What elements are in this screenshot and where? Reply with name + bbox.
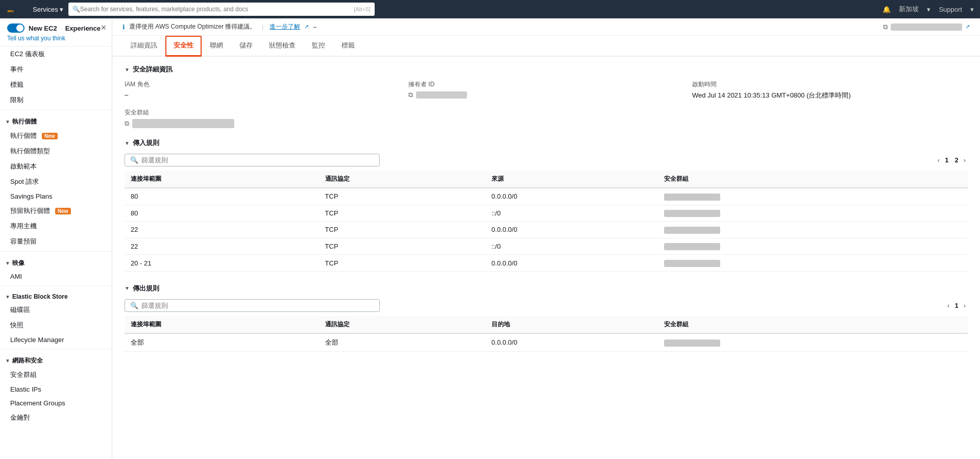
- sidebar-item-instance-types[interactable]: 執行個體類型: [0, 143, 112, 159]
- copy-icon[interactable]: ⧉: [883, 23, 888, 31]
- sidebar-item-capacity-reservation[interactable]: 容量預留: [0, 234, 112, 249]
- sidebar-divider-1: [0, 110, 112, 110]
- new-ec2-toggle-switch[interactable]: [7, 23, 24, 33]
- global-search[interactable]: 🔍 [Alt+S]: [68, 3, 375, 16]
- sidebar-close-button[interactable]: ✕: [101, 23, 107, 32]
- learn-more-link[interactable]: 進一步了解: [270, 22, 300, 31]
- sidebar-item-lifecycle-manager[interactable]: Lifecycle Manager: [0, 333, 112, 347]
- sidebar-section-instances[interactable]: ▼ 執行個體: [0, 112, 112, 128]
- sidebar-item-tags[interactable]: 標籤: [0, 77, 112, 92]
- sidebar-divider-3: [0, 285, 112, 286]
- nav-right: 🔔 新加坡 ▾ Support ▾: [883, 5, 974, 14]
- launch-time-label: 啟動時間: [692, 80, 968, 89]
- sidebar-item-volumes[interactable]: 磁碟區: [0, 302, 112, 318]
- sidebar-item-limits[interactable]: 限制: [0, 92, 112, 108]
- tab-details[interactable]: 詳細資訊: [122, 36, 165, 57]
- outbound-prev-page-button[interactable]: ‹: [945, 301, 951, 310]
- info-bar-text: 選擇使用 AWS Compute Optimizer 獲得建議。: [129, 22, 256, 31]
- sidebar-item-snapshots[interactable]: 快照: [0, 318, 112, 333]
- sidebar-item-placement-groups[interactable]: Placement Groups: [0, 396, 112, 410]
- sidebar-section-network[interactable]: ▼ 網路和安全: [0, 351, 112, 367]
- owner-id-label: 擁有者 ID: [408, 80, 684, 89]
- svg-text:aws: aws: [7, 9, 14, 13]
- inbound-table-header: 連接埠範圍 通訊協定 來源 安全群組: [125, 171, 968, 188]
- new-badge: New: [42, 133, 58, 139]
- security-group-value: ⧉: [125, 119, 400, 128]
- inbound-filter-input[interactable]: [141, 156, 374, 164]
- nav-region[interactable]: 新加坡: [899, 5, 919, 14]
- sidebar-section-ebs[interactable]: ▼ Elastic Block Store: [0, 288, 112, 302]
- external-icon[interactable]: ↗: [965, 23, 970, 30]
- filter-search-icon: 🔍: [130, 156, 138, 164]
- inbound-source-4: 0.0.0.0/0: [485, 255, 658, 272]
- tab-monitoring[interactable]: 監控: [304, 36, 333, 57]
- sidebar-divider-2: [0, 251, 112, 252]
- tab-tags[interactable]: 標籤: [333, 36, 363, 57]
- inbound-rules-title: 傳入規則: [133, 138, 159, 148]
- inbound-rules-header[interactable]: ▼ 傳入規則: [125, 138, 968, 148]
- sidebar-item-security-groups[interactable]: 安全群組: [0, 367, 112, 382]
- tabs-bar: 詳細資訊 安全性 聯網 儲存 狀態檢查 監控 標籤: [112, 36, 980, 57]
- tab-status-checks[interactable]: 狀態檢查: [261, 36, 304, 57]
- inbound-sg-0: [658, 188, 968, 205]
- caret-icon-outbound: ▼: [125, 285, 130, 291]
- caret-icon-images: ▼: [5, 260, 10, 266]
- tab-storage[interactable]: 儲存: [231, 36, 261, 57]
- sidebar-item-elastic-ips[interactable]: Elastic IPs: [0, 382, 112, 396]
- new-badge-reserved: New: [55, 208, 71, 214]
- instance-id-area: ⧉ ↗: [883, 23, 970, 31]
- top-nav: aws Services ▾ 🔍 [Alt+S] 🔔 新加坡 ▾ Support…: [0, 0, 980, 18]
- inbound-source-2: 0.0.0.0/0: [485, 222, 658, 238]
- security-group-blurred: [132, 119, 234, 128]
- inbound-page-total: 2: [954, 156, 958, 164]
- col-source: 來源: [485, 171, 658, 188]
- owner-id-value: ⧉: [408, 91, 684, 99]
- inbound-port-1: 80: [125, 205, 319, 222]
- sidebar-section-images[interactable]: ▼ 映像: [0, 254, 112, 270]
- sidebar-item-launch-templates[interactable]: 啟動範本: [0, 159, 112, 174]
- owner-copy-icon[interactable]: ⧉: [408, 91, 413, 99]
- notification-icon[interactable]: 🔔: [883, 6, 891, 13]
- feedback-link[interactable]: Tell us what you think: [7, 35, 105, 42]
- sg-copy-icon[interactable]: ⧉: [125, 119, 129, 128]
- search-icon: 🔍: [72, 6, 80, 13]
- search-input[interactable]: [80, 6, 354, 13]
- inbound-pagination: ‹ 1 2 ›: [936, 155, 968, 165]
- sidebar-item-savings-plans[interactable]: Savings Plans: [0, 189, 112, 203]
- sidebar-item-reserved-instances[interactable]: 預留執行個體 New: [0, 203, 112, 219]
- outbound-page-current: 1: [954, 302, 958, 309]
- inbound-sg-3: [658, 238, 968, 255]
- outbound-rules-header[interactable]: ▼ 傳出規則: [125, 284, 968, 293]
- tab-network[interactable]: 聯網: [202, 36, 231, 57]
- outbound-filter-bar[interactable]: 🔍: [125, 299, 380, 312]
- outbound-col-destination: 目的地: [485, 316, 658, 333]
- outbound-table-header-row: 🔍 ‹ 1 ›: [125, 299, 968, 312]
- security-details-header[interactable]: ▼ 安全詳細資訊: [125, 65, 968, 74]
- outbound-protocol-0: 全部: [319, 333, 485, 352]
- tab-security[interactable]: 安全性: [165, 36, 202, 57]
- inbound-table-row: 20 - 21 TCP 0.0.0.0/0: [125, 255, 968, 272]
- caret-icon: ▼: [5, 119, 10, 125]
- support-menu[interactable]: Support: [939, 6, 962, 13]
- inbound-port-0: 80: [125, 188, 319, 205]
- prev-page-button[interactable]: ‹: [936, 155, 942, 165]
- sidebar-item-ami[interactable]: AMI: [0, 270, 112, 283]
- sidebar-item-key-pairs[interactable]: 金鑰對: [0, 410, 112, 425]
- sidebar-item-spot-requests[interactable]: Spot 請求: [0, 174, 112, 189]
- inbound-sg-1: [658, 205, 968, 222]
- outbound-next-page-button[interactable]: ›: [962, 301, 968, 310]
- sidebar-item-instances[interactable]: 執行個體 New: [0, 128, 112, 143]
- inbound-protocol-3: TCP: [319, 238, 485, 255]
- col-protocol: 通訊協定: [319, 171, 485, 188]
- outbound-table-header: 連接埠範圍 通訊協定 目的地 安全群組: [125, 316, 968, 333]
- sidebar-item-dedicated-hosts[interactable]: 專用主機: [0, 219, 112, 234]
- inbound-protocol-0: TCP: [319, 188, 485, 205]
- outbound-col-port-range: 連接埠範圍: [125, 316, 319, 333]
- inbound-filter-bar[interactable]: 🔍: [125, 154, 380, 166]
- sidebar-item-ec2-dashboard[interactable]: EC2 儀表板: [0, 46, 112, 62]
- caret-icon-ebs: ▼: [5, 294, 10, 300]
- services-button[interactable]: Services ▾: [33, 6, 63, 13]
- next-page-button[interactable]: ›: [962, 155, 968, 165]
- sidebar-item-events[interactable]: 事件: [0, 62, 112, 77]
- outbound-filter-input[interactable]: [141, 302, 374, 309]
